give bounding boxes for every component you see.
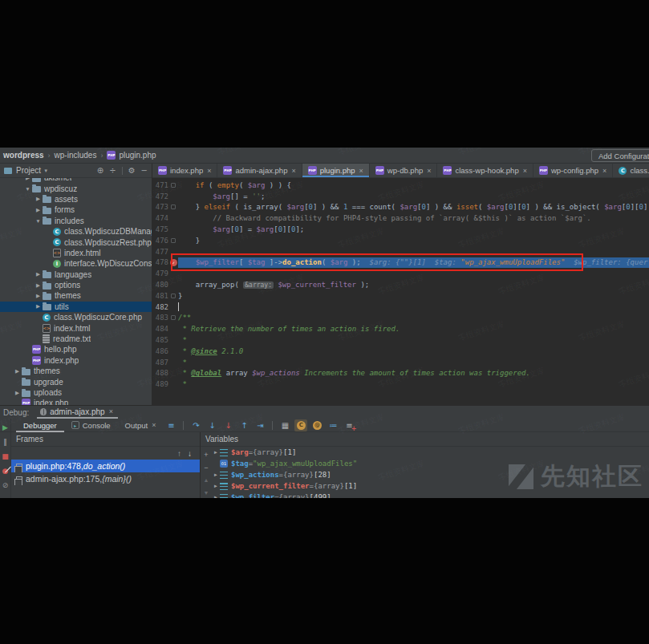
code-line-485[interactable]: 485 * [152,334,649,346]
fold-marker-icon[interactable] [171,183,176,188]
editor-tab-index.php[interactable]: index.php× [152,164,217,177]
editor-tab-admin-ajax.php[interactable]: admin-ajax.php× [217,164,302,177]
close-tab-icon[interactable]: × [427,167,431,175]
evaluate-expression-icon[interactable]: ▦ [278,419,291,431]
view-as-list-icon[interactable]: ≔ [327,419,339,431]
code-line-472[interactable]: 472 $arg[] = ''; [152,191,649,202]
close-tab-icon[interactable]: × [291,167,295,175]
editor-tab-wp-config.php[interactable]: wp-config.php× [533,164,613,177]
chevron-down-icon[interactable]: ▼ [43,168,48,173]
code-line-471[interactable]: 471 if ( empty( $arg ) ) { [152,180,649,191]
view-breakpoints-icon[interactable]: ● [2,464,9,478]
tree-item-class.WpdiscuzCore.php[interactable]: class.WpdiscuzCore.php [0,312,152,322]
code-line-483[interactable]: 483/** [152,313,649,324]
chevron-right-icon[interactable]: ▶ [34,207,43,213]
chevron-right-icon[interactable]: ▶ [34,303,43,310]
code-line-489[interactable]: 489 * [152,379,649,390]
breadcrumb-file[interactable]: plugin.php [119,151,156,160]
close-tab-icon[interactable]: × [523,167,527,175]
code-line-474[interactable]: 474 // Backward compatibility for PHP4-s… [152,213,649,224]
step-into-icon[interactable]: ↓ [205,419,218,431]
variable-row[interactable]: $tag = "wp_ajax_wmuUploadFiles" [212,458,649,469]
chevron-right-icon[interactable]: ▶ [34,293,43,299]
code-line-488[interactable]: 488 * @global array $wp_actions Incremen… [152,368,649,379]
tree-item-themes[interactable]: ▶themes [0,366,152,376]
chevron-right-icon[interactable]: ▶ [13,368,22,375]
pause-icon[interactable]: ∥ [3,435,7,449]
tree-item-interface.WpDiscuzConst[interactable]: interface.WpDiscuzConst [0,258,152,269]
add-watch-icon[interactable]: + [204,448,208,461]
variable-row[interactable]: ▶$arg = {array} [1] [212,447,649,458]
expand-arrow-icon[interactable]: ▶ [212,449,220,456]
chevron-down-icon[interactable]: ▼ [34,218,43,224]
resume-icon[interactable]: ▶ [2,420,8,435]
step-over-icon[interactable]: ↷ [189,419,202,431]
close-tab-icon[interactable]: × [207,167,211,175]
tree-item-themes[interactable]: ▶themes [0,290,152,301]
code-line-477[interactable]: 477 [152,246,649,257]
tree-item-languages[interactable]: ▶languages [0,269,152,280]
tree-item-class.WpdiscuzDBManag[interactable]: class.WpdiscuzDBManag [0,226,152,237]
coin-c-icon[interactable]: C [294,419,307,431]
chevron-down-icon[interactable]: ▼ [23,186,32,192]
add-configuration-button[interactable]: Add Configuration... [591,149,649,162]
chevron-right-icon[interactable]: ▶ [34,271,43,277]
coin-at-icon[interactable]: @ [310,419,323,431]
code-line-478[interactable]: 478 $wp_filter[ $tag ]->do_action( $arg … [152,257,649,269]
debug-tab-Output[interactable]: Output× [118,419,164,432]
step-out-icon[interactable]: ↑ [237,419,250,431]
move-up-icon[interactable]: ▲ [204,474,209,487]
tree-item-index.html[interactable]: index.html [0,248,152,258]
fold-marker-icon[interactable] [171,315,176,320]
tree-item-hello.php[interactable]: hello.php [0,344,152,354]
expand-arrow-icon[interactable]: ▶ [212,494,220,498]
tree-item-class.WpdiscuzRest.php[interactable]: class.WpdiscuzRest.php [0,237,152,247]
tree-item-index.html[interactable]: index.html [0,322,152,333]
code-line-484[interactable]: 484 * Retrieve the number of times an ac… [152,323,649,334]
run-to-cursor-icon[interactable]: ⇥ [254,419,266,431]
code-line-475[interactable]: 475 $arg[0] = $arg[0][0]; [152,224,649,235]
tree-item-includes[interactable]: ▼includes [0,216,152,226]
breadcrumb-folder[interactable]: wp-includes [55,151,97,160]
frame-row[interactable]: plugin.php:478, do_action() [11,460,200,472]
editor-tab-class-wp-hook.php[interactable]: class-wp-hook.php× [437,164,533,177]
force-step-into-icon[interactable]: ↓ [221,419,234,431]
tree-item-uploads[interactable]: ▶uploads [0,387,152,398]
close-icon[interactable]: × [152,421,156,429]
hide-panel-icon[interactable]: − [141,166,148,175]
frame-down-icon[interactable]: ↓ [188,449,192,458]
mute-breakpoints-icon[interactable]: ⊘ [2,478,9,492]
tree-item-index.php[interactable]: index.php [0,355,152,366]
collapse-all-icon[interactable]: ÷ [109,166,116,175]
add-watch-icon[interactable]: ≡+ [343,419,355,431]
stop-icon[interactable]: ■ [2,449,9,464]
show-execution-point-icon[interactable]: ≡ [164,419,177,431]
chevron-right-icon[interactable]: ▶ [34,282,43,289]
fold-marker-icon[interactable] [171,294,176,298]
editor-tab-plugin.php[interactable]: plugin.php× [302,164,370,177]
code-line-482[interactable]: 482 [152,302,649,313]
close-tab-icon[interactable]: × [602,167,606,175]
project-panel-title[interactable]: Project [16,166,41,175]
debug-tab-Console[interactable]: Console [64,419,118,432]
code-line-481[interactable]: 481} [152,290,649,302]
frame-up-icon[interactable]: ↑ [177,449,181,458]
chevron-right-icon[interactable]: ▶ [13,390,22,396]
tree-item-utils[interactable]: ▶utils [0,302,152,312]
code-line-476[interactable]: 476 } [152,235,649,246]
tree-item-index.php[interactable]: index.php [0,398,152,405]
code-line-473[interactable]: 473 } elseif ( is_array( $arg[0] ) && 1 … [152,202,649,213]
tree-item-assets[interactable]: ▶assets [0,194,152,205]
close-tab-icon[interactable]: × [359,167,363,175]
tree-item-forms[interactable]: ▶forms [0,205,152,215]
code-line-479[interactable]: 479 [152,268,649,279]
debug-session-tab[interactable]: admin-ajax.php × [37,406,118,419]
chevron-right-icon[interactable]: ▶ [23,178,32,181]
fold-marker-icon[interactable] [171,205,176,209]
editor-tab-class.WpdiscuzHelperUpload.ph[interactable]: class.WpdiscuzHelperUpload.ph [613,164,649,177]
chevron-right-icon[interactable]: ▶ [34,196,43,202]
tree-item-readme.txt[interactable]: readme.txt [0,334,152,344]
expand-arrow-icon[interactable]: ▶ [212,483,220,489]
close-icon[interactable]: × [109,407,113,415]
breakpoint-icon[interactable] [170,259,177,266]
